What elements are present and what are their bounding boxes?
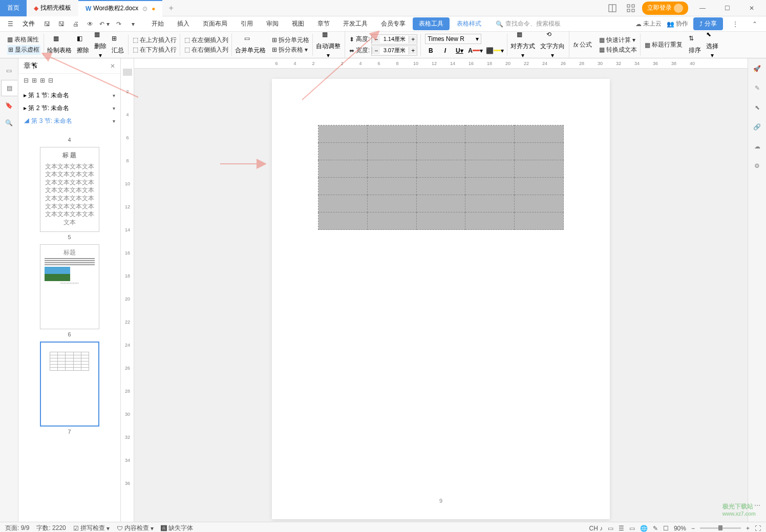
left-tab-bookmark[interactable]: 🔖 xyxy=(1,97,17,114)
width-input[interactable] xyxy=(380,48,409,54)
right-tab-gear[interactable]: ⚙ xyxy=(751,160,763,172)
view-print-icon[interactable]: ▭ xyxy=(608,525,613,532)
highlight-button[interactable]: ⬛▾ xyxy=(486,45,504,56)
text-direction-button[interactable]: ⟲文字方向▾ xyxy=(538,31,569,59)
tab-view[interactable]: 视图 xyxy=(286,17,310,30)
save-icon[interactable]: 🖫 xyxy=(41,18,53,30)
tab-reference[interactable]: 引用 xyxy=(235,17,259,30)
right-tab-rocket[interactable]: 🚀 xyxy=(751,62,763,75)
collapse-icon[interactable]: ⌃ xyxy=(748,17,762,31)
left-tab-sections[interactable]: ▤ xyxy=(1,80,17,96)
bold-button[interactable]: B xyxy=(425,45,436,56)
view-web-icon[interactable]: ☰ xyxy=(619,525,624,532)
draw-table-button[interactable]: ▦绘制表格 xyxy=(45,35,74,55)
preview-icon[interactable]: 👁 xyxy=(84,18,96,30)
search-input[interactable]: 🔍 查找命令、搜索模板 xyxy=(496,19,561,28)
repeat-header-button[interactable]: ▦标题行重复 xyxy=(645,40,683,49)
zoom-level[interactable]: 90% xyxy=(674,525,686,532)
remove-section-icon[interactable]: ⊟ xyxy=(48,77,53,84)
tab-document[interactable]: W Word教程2.docx ⊙ ● xyxy=(78,0,162,16)
tab-layout[interactable]: 页面布局 xyxy=(197,17,233,30)
share-button[interactable]: ⤴分享 xyxy=(693,17,723,30)
width-dec[interactable]: − xyxy=(372,47,380,54)
view-read-icon[interactable]: ▭ xyxy=(629,525,635,532)
underline-button[interactable]: U▾ xyxy=(454,45,465,56)
tab-options-icon[interactable]: ⊙ xyxy=(142,5,147,12)
section-item-2[interactable]: ▸ 第 2 节: 未命名▾ xyxy=(18,102,120,115)
tab-review[interactable]: 审阅 xyxy=(260,17,285,30)
login-button[interactable]: 立即登录 xyxy=(642,2,688,15)
tab-add[interactable]: + xyxy=(162,4,179,13)
height-inc[interactable]: + xyxy=(409,36,417,43)
insert-right-button[interactable]: ⬚在右侧插入列 xyxy=(184,46,228,54)
show-frame-button[interactable]: ⊞显示虚框 xyxy=(7,45,40,55)
insert-left-button[interactable]: ⬚在左侧插入列 xyxy=(184,36,228,45)
selected-table[interactable] xyxy=(318,125,564,230)
tab-insert[interactable]: 插入 xyxy=(171,17,196,30)
tab-table-style[interactable]: 表格样式 xyxy=(451,17,487,30)
table-props-button[interactable]: ▦表格属性 xyxy=(7,35,40,44)
right-tab-pen[interactable]: ✎ xyxy=(751,82,763,94)
undo-icon[interactable]: ↶ ▾ xyxy=(98,18,111,30)
view-globe-icon[interactable]: 🌐 xyxy=(640,525,648,532)
apps-icon[interactable] xyxy=(624,1,638,15)
formula-button[interactable]: fx公式 xyxy=(570,40,595,49)
hamburger-icon[interactable]: ☰ xyxy=(4,18,16,30)
status-font[interactable]: 🅰缺失字体 xyxy=(161,524,193,532)
chevron-down-icon[interactable]: ▾ xyxy=(113,118,115,124)
right-tab-link[interactable]: 🔗 xyxy=(751,121,763,133)
chevron-down-icon[interactable]: ▾ xyxy=(113,105,115,111)
zoom-inc[interactable]: + xyxy=(746,525,750,532)
canvas[interactable]: 642 246810121416182022242628303234363840… xyxy=(134,58,748,522)
right-tab-cloud[interactable]: ☁ xyxy=(751,140,763,153)
height-spinner[interactable]: −+ xyxy=(371,34,417,45)
eraser-button[interactable]: ◧擦除 xyxy=(75,35,91,55)
minimize-button[interactable]: — xyxy=(692,1,713,15)
select-button[interactable]: ⬉选择▾ xyxy=(704,31,720,59)
page[interactable]: 9 xyxy=(272,79,610,519)
status-page[interactable]: 页面: 9/9 xyxy=(5,524,29,532)
dropdown-icon[interactable]: ▾ xyxy=(127,18,139,30)
auto-adjust-button[interactable]: ▦自动调整▾ xyxy=(314,31,345,59)
right-tab-cursor[interactable]: ⬉ xyxy=(751,101,763,114)
left-tab-search[interactable]: 🔍 xyxy=(1,115,17,131)
height-input[interactable] xyxy=(380,36,409,42)
file-menu[interactable]: 文件 xyxy=(18,19,39,28)
maximize-button[interactable]: ☐ xyxy=(717,1,737,15)
chevron-down-icon[interactable]: ▾ xyxy=(113,93,115,98)
sidebar-close-icon[interactable]: ✕ xyxy=(110,62,115,70)
summary-button[interactable]: ⊞汇总 xyxy=(110,35,129,55)
delete-button[interactable]: ▦删除▾ xyxy=(92,31,109,59)
font-color-button[interactable]: A▾ xyxy=(468,45,483,56)
zoom-dec[interactable]: − xyxy=(691,525,695,532)
thumb-4[interactable]: 4 xyxy=(18,137,120,143)
quick-calc-button[interactable]: ▦快速计算▾ xyxy=(599,36,637,45)
height-dec[interactable]: − xyxy=(372,36,380,43)
sort-button[interactable]: ⇅排序 xyxy=(687,35,703,55)
zoom-slider[interactable] xyxy=(700,527,741,529)
zoom-out-button[interactable]: ☐ xyxy=(663,525,669,532)
tab-member[interactable]: 会员专享 xyxy=(375,17,412,30)
tab-start[interactable]: 开始 xyxy=(145,17,170,30)
left-tab-book[interactable]: ▭ xyxy=(1,62,17,79)
close-button[interactable]: ✕ xyxy=(741,1,762,15)
tab-sections[interactable]: 章节 xyxy=(311,17,336,30)
status-words[interactable]: 字数: 2220 xyxy=(36,524,66,532)
layout-icon[interactable] xyxy=(605,1,620,15)
align-button[interactable]: ▦对齐方式▾ xyxy=(508,31,537,59)
view-pen-icon[interactable]: ✎ xyxy=(653,525,658,532)
tab-home[interactable]: 首页 xyxy=(0,0,27,16)
collab-button[interactable]: 👥协作 xyxy=(667,19,688,28)
cloud-status[interactable]: ☁未上云 xyxy=(635,19,662,28)
status-ime[interactable]: CH ♪ xyxy=(589,525,603,532)
saveas-icon[interactable]: 🖫 xyxy=(55,18,68,30)
width-inc[interactable]: + xyxy=(409,47,417,54)
collapse-icon[interactable]: ⊞ xyxy=(32,77,37,84)
width-spinner[interactable]: −+ xyxy=(371,46,417,56)
thumb-5[interactable]: 标 题文本文本文本文本文本文本文本文本文本文本文本文本文本文本文本文本文本文本文… xyxy=(18,147,120,240)
status-content[interactable]: 🛡内容检查▾ xyxy=(117,524,154,532)
fit-icon[interactable]: ⛶ xyxy=(755,525,761,532)
section-item-1[interactable]: ▸ 第 1 节: 未命名▾ xyxy=(18,89,120,102)
tab-template[interactable]: ◆ 找稻壳模板 xyxy=(27,0,78,16)
status-spell[interactable]: ☑拼写检查▾ xyxy=(73,524,110,532)
